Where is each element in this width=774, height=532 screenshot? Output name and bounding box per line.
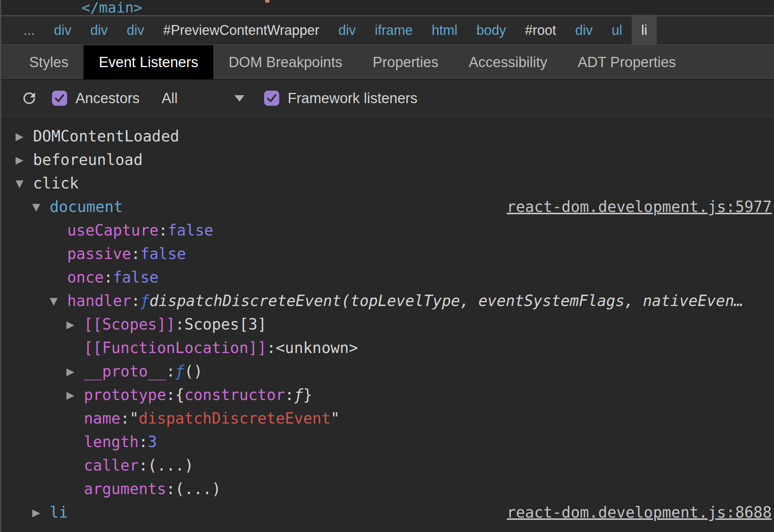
breadcrumb-item-li[interactable]: li [632,16,657,44]
breadcrumb-item-root[interactable]: #root [516,16,566,44]
prop-passive-text: passive [67,245,131,262]
prop-usecapture-text: : [159,221,168,239]
prop-prototype-row[interactable]: ▶prototype: {constructor: ƒ} [1,383,774,406]
prop-scopes-row[interactable]: ▶[[Scopes]]: Scopes[3] [1,312,774,336]
prop-proto-text: ƒ [175,363,184,380]
event-domcontentloaded-text: DOMContentLoaded [33,127,179,145]
event-listeners-toolbar: Ancestors All Framework listeners [1,80,774,117]
ancestors-label: Ancestors [76,90,140,107]
prop-caller-row[interactable]: caller: (...) [1,454,774,477]
prop-length-text: : [139,433,148,450]
elements-code-fragment: </main> [82,0,142,16]
prop-functionlocation-row[interactable]: [[FunctionLocation]]: <unknown> [1,336,774,359]
prop-caller-text: : [139,457,148,474]
prop-name-text: dispatchDiscreteEvent [139,410,331,427]
tab-accessibility[interactable]: Accessibility [454,45,563,79]
breadcrumb-item-html[interactable]: html [422,16,467,44]
prop-prototype-text: ƒ [294,386,303,403]
prop-prototype-text: { [175,386,184,403]
expand-triangle-icon[interactable]: ▶ [16,154,33,166]
source-location-link[interactable]: react-dom.development.js:5977 [492,198,772,215]
prop-usecapture-text: false [168,221,213,239]
prop-once-row[interactable]: once: false [1,265,774,289]
breadcrumb-item-[interactable]: ... [14,16,44,44]
collapse-triangle-icon[interactable]: ▼ [16,177,33,189]
event-beforeunload-text: beforeunload [33,151,143,168]
expand-triangle-icon[interactable]: ▶ [16,130,33,142]
breadcrumb-item-body[interactable]: body [467,16,516,44]
breadcrumb-item-iframe[interactable]: iframe [365,16,422,44]
devtools-panel: </main> ...divdivdiv#PreviewContentWrapp… [0,0,774,532]
prop-proto-text: () [184,363,203,380]
tab-event-listeners[interactable]: Event Listeners [83,45,213,79]
breadcrumb-item-div[interactable]: div [81,16,117,44]
prop-prototype-text: constructor [184,386,285,403]
collapse-triangle-icon[interactable]: ▼ [50,295,67,307]
tab-styles[interactable]: Styles [14,45,83,79]
prop-arguments-text: arguments [84,480,166,497]
source-location-link[interactable]: react-dom.development.js:8688 [492,504,772,521]
prop-prototype-text: prototype [84,386,166,403]
breadcrumb: ...divdivdiv#PreviewContentWrapperdivifr… [1,16,774,45]
expand-triangle-icon[interactable]: ▶ [66,389,84,401]
prop-arguments-text: : [166,480,175,497]
prop-caller-text: (...) [148,457,194,474]
prop-once-text: : [104,268,113,286]
event-beforeunload-row[interactable]: ▶beforeunload [1,148,774,171]
prop-proto-text: : [166,363,175,380]
checkmark-icon [264,91,279,106]
prop-passive-text: : [131,245,140,262]
prop-handler-text: handler [67,292,131,309]
prop-passive-text: false [140,245,186,262]
breadcrumb-item-ul[interactable]: ul [602,16,632,44]
prop-handler-row[interactable]: ▼handler: ƒ dispatchDiscreteEvent(topLev… [1,289,774,312]
expand-triangle-icon[interactable]: ▶ [32,507,50,518]
ancestors-checkbox[interactable] [52,91,67,106]
listener-node-document-text: document [50,198,123,215]
prop-name-text: " [330,410,340,427]
breadcrumb-item-div[interactable]: div [566,16,602,44]
event-click-row[interactable]: ▼click [1,171,774,195]
collapse-triangle-icon[interactable]: ▼ [32,201,50,213]
prop-name-row[interactable]: name: "dispatchDiscreteEvent" [1,406,774,430]
prop-proto-text: __proto__ [84,363,166,380]
checkmark-icon [52,91,67,106]
breadcrumb-item-previewcontentwrapper[interactable]: #PreviewContentWrapper [154,16,329,44]
tab-properties[interactable]: Properties [357,45,453,79]
prop-arguments-row[interactable]: arguments: (...) [1,477,774,501]
listener-node-document-row[interactable]: ▼documentreact-dom.development.js:5977 [1,195,774,218]
listener-node-li-text: li [50,504,68,521]
prop-name-text: : [120,410,129,427]
prop-usecapture-text: useCapture [67,221,159,239]
breadcrumb-item-div[interactable]: div [44,16,81,44]
prop-once-text: false [113,268,158,286]
prop-usecapture-row[interactable]: useCapture: false [1,218,774,242]
prop-functionlocation-text: <unknown> [276,339,358,356]
chevron-down-icon[interactable] [234,95,244,102]
event-domcontentloaded-row[interactable]: ▶DOMContentLoaded [1,124,774,148]
expand-triangle-icon[interactable]: ▶ [66,319,84,330]
prop-length-text: length [84,433,139,450]
tab-dom-breakpoints[interactable]: DOM Breakpoints [213,45,357,79]
listener-node-li-row[interactable]: ▶lireact-dom.development.js:8688 [1,501,774,524]
prop-prototype-text: } [303,386,312,403]
elements-panel-edge: </main> [1,0,774,16]
breadcrumb-item-div[interactable]: div [117,16,154,44]
expand-triangle-icon[interactable]: ▶ [66,366,84,377]
prop-scopes-text: [[Scopes]] [84,315,175,333]
tab-adt-properties[interactable]: ADT Properties [562,45,691,79]
prop-scopes-text: : [175,315,184,333]
prop-length-row[interactable]: length: 3 [1,430,774,454]
ancestors-filter-select[interactable]: All [162,90,178,107]
breadcrumb-item-div[interactable]: div [329,16,365,44]
event-listeners-tree: ▶DOMContentLoaded▶beforeunload▼click▼doc… [1,117,774,524]
prop-once-text: once [67,268,104,286]
prop-proto-row[interactable]: ▶__proto__: ƒ () [1,359,774,383]
prop-passive-row[interactable]: passive: false [1,242,774,265]
framework-listeners-checkbox[interactable] [264,91,279,106]
refresh-icon-glyph [20,89,38,107]
refresh-icon[interactable] [20,89,38,107]
prop-handler-text: ƒ [140,292,149,309]
event-click-text: click [33,174,79,192]
framework-listeners-label: Framework listeners [288,90,417,107]
